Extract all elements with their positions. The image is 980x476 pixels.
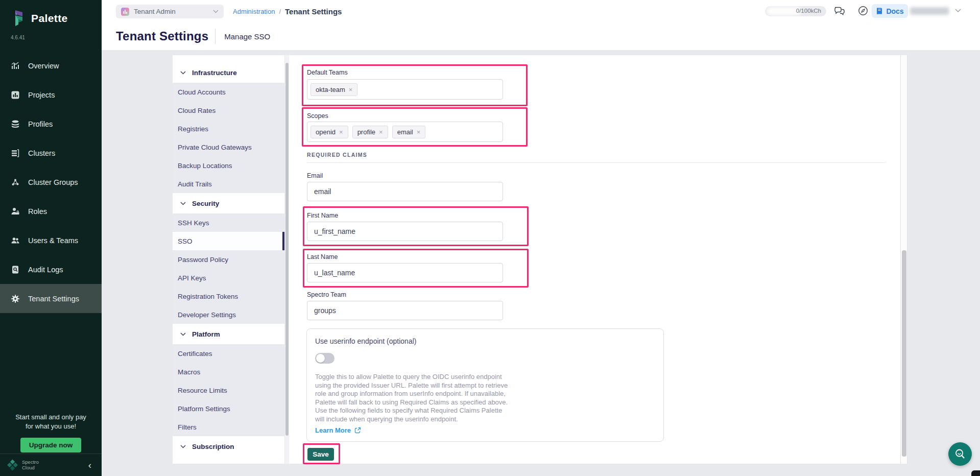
help-compass-icon[interactable] bbox=[858, 6, 868, 16]
settings-menu-item[interactable]: Developer Settings bbox=[173, 305, 284, 324]
promo-line1: Start small and only pay bbox=[0, 413, 102, 422]
tenant-scope-select[interactable]: Tenant Admin bbox=[116, 5, 224, 18]
tenant-select-value: Tenant Admin bbox=[134, 8, 176, 15]
learn-more-link[interactable]: Learn More bbox=[315, 426, 655, 434]
required-claims-divider bbox=[307, 162, 886, 163]
userinfo-card-title: Use userinfo endpoint (optional) bbox=[315, 337, 655, 345]
platform-items: CertificatesMacrosResource LimitsPlatfor… bbox=[173, 344, 284, 436]
settings-menu-item[interactable]: Audit Trails bbox=[173, 175, 284, 193]
external-link-icon bbox=[354, 427, 361, 434]
content-scrollbar[interactable] bbox=[900, 55, 907, 464]
breadcrumb-current: Tenant Settings bbox=[285, 7, 342, 16]
profiles-stack-icon bbox=[11, 120, 20, 129]
collapse-sidebar-chevron[interactable]: ‹ bbox=[88, 460, 91, 470]
search-smile-icon bbox=[954, 448, 966, 460]
usage-quota-value: 0/100kCh bbox=[796, 8, 821, 14]
remove-tag-icon[interactable]: × bbox=[417, 129, 421, 135]
sidebar-item-overview[interactable]: Overview bbox=[0, 51, 102, 80]
settings-menu-item[interactable]: Platform Settings bbox=[173, 399, 284, 418]
remove-tag-icon[interactable]: × bbox=[349, 86, 353, 93]
cluster-groups-icon bbox=[11, 178, 20, 187]
feedback-chat-icon[interactable] bbox=[833, 5, 846, 17]
section-platform[interactable]: Platform bbox=[173, 324, 284, 344]
chevron-down-icon bbox=[180, 445, 186, 448]
sidebar-item-label: Clusters bbox=[28, 149, 55, 157]
projects-icon bbox=[11, 90, 20, 100]
sidebar-item-users-teams[interactable]: Users & Teams bbox=[0, 226, 102, 255]
roles-person-lock-icon bbox=[11, 207, 20, 216]
email-field[interactable] bbox=[307, 182, 503, 201]
sidebar-item-label: Cluster Groups bbox=[28, 178, 78, 186]
scrollbar-thumb[interactable] bbox=[285, 63, 289, 436]
section-security[interactable]: Security bbox=[173, 193, 284, 213]
sidebar-item-label: Profiles bbox=[28, 120, 53, 128]
user-menu-chevron-icon[interactable] bbox=[955, 9, 961, 13]
app-version: 4.6.41 bbox=[11, 35, 102, 40]
chevron-down-icon bbox=[180, 202, 186, 205]
sidebar-item-cluster-groups[interactable]: Cluster Groups bbox=[0, 168, 102, 197]
userinfo-endpoint-card: Use userinfo endpoint (optional) Toggle … bbox=[306, 328, 664, 442]
spectro-team-label: Spectro Team bbox=[307, 291, 346, 298]
sidebar-item-projects[interactable]: Projects bbox=[0, 80, 102, 109]
settings-menu-item[interactable]: Certificates bbox=[173, 344, 284, 363]
sidebar-item-label: Projects bbox=[28, 91, 55, 99]
chevron-down-icon bbox=[180, 332, 186, 336]
settings-menu-item[interactable]: SSO bbox=[173, 232, 284, 250]
settings-menu-item[interactable]: Filters bbox=[173, 418, 284, 436]
section-infrastructure[interactable]: Infrastructure bbox=[173, 62, 284, 83]
title-divider bbox=[215, 29, 216, 44]
last-name-field[interactable] bbox=[307, 263, 503, 282]
tab-manage-sso[interactable]: Manage SSO bbox=[224, 32, 270, 41]
section-subscription[interactable]: Subscription bbox=[173, 436, 284, 457]
app-root: Palette 4.6.41 Overview Projects Profile… bbox=[0, 0, 980, 476]
chevron-down-icon bbox=[180, 71, 186, 75]
settings-menu-item[interactable]: Private Cloud Gateways bbox=[173, 138, 284, 156]
save-button[interactable]: Save bbox=[307, 448, 334, 461]
main-sidebar: Palette 4.6.41 Overview Projects Profile… bbox=[0, 0, 102, 476]
users-teams-icon bbox=[11, 236, 20, 245]
settings-menu-item[interactable]: Resource Limits bbox=[173, 381, 284, 399]
sidebar-item-audit-logs[interactable]: Audit Logs bbox=[0, 255, 102, 284]
settings-menu-item[interactable]: Registries bbox=[173, 120, 284, 138]
settings-menu-item[interactable]: Macros bbox=[173, 363, 284, 381]
scrollbar-thumb[interactable] bbox=[902, 250, 906, 457]
page-title-row: Tenant Settings Manage SSO bbox=[102, 22, 980, 50]
settings-menu-scrollbar[interactable] bbox=[285, 55, 289, 464]
remove-tag-icon[interactable]: × bbox=[339, 129, 343, 135]
usage-quota-pill: 0/100kCh bbox=[765, 6, 826, 16]
security-items: SSH KeysSSOPassword PolicyAPI KeysRegist… bbox=[173, 213, 284, 324]
sidebar-item-label: Users & Teams bbox=[28, 236, 78, 245]
promo-line2: for what you use! bbox=[0, 422, 102, 431]
settings-menu-item[interactable]: Backup Locations bbox=[173, 156, 284, 175]
blurred-user-name bbox=[910, 7, 949, 15]
scopes-input[interactable]: openid×profile×email× bbox=[307, 122, 503, 142]
settings-menu-item[interactable]: Cloud Accounts bbox=[173, 83, 284, 101]
settings-menu-item[interactable]: Registration Tokens bbox=[173, 287, 284, 305]
upgrade-now-button[interactable]: Upgrade now bbox=[20, 438, 82, 453]
sidebar-item-profiles[interactable]: Profiles bbox=[0, 109, 102, 138]
first-name-field[interactable] bbox=[307, 222, 503, 241]
learn-more-label: Learn More bbox=[315, 426, 351, 434]
settings-menu-item[interactable]: Password Policy bbox=[173, 250, 284, 269]
breadcrumb-administration[interactable]: Administration bbox=[233, 8, 275, 15]
default-teams-input[interactable]: okta-team× bbox=[307, 79, 503, 100]
sidebar-item-roles[interactable]: Roles bbox=[0, 197, 102, 226]
support-chat-widget-button[interactable] bbox=[948, 442, 972, 466]
docs-button[interactable]: Docs bbox=[872, 4, 908, 18]
sidebar-item-tenant-settings[interactable]: Tenant Settings bbox=[0, 284, 102, 313]
sidebar-item-clusters[interactable]: Clusters bbox=[0, 138, 102, 168]
toggle-knob bbox=[316, 354, 325, 363]
userinfo-toggle[interactable] bbox=[315, 353, 334, 364]
settings-menu-item[interactable]: Cloud Rates bbox=[173, 101, 284, 120]
remove-tag-icon[interactable]: × bbox=[379, 129, 383, 135]
settings-menu-item[interactable]: API Keys bbox=[173, 269, 284, 287]
tag-chip: email× bbox=[392, 126, 426, 138]
spectro-team-field[interactable] bbox=[307, 301, 503, 320]
top-bar-row: Tenant Admin Administration / Tenant Set… bbox=[102, 0, 980, 22]
page-title: Tenant Settings bbox=[116, 29, 208, 43]
settings-menu-item[interactable]: SSH Keys bbox=[173, 213, 284, 232]
clusters-icon bbox=[11, 149, 20, 158]
main-nav: Overview Projects Profiles Clusters Clus… bbox=[0, 51, 102, 313]
palette-logo-icon bbox=[10, 9, 27, 28]
corner-widget bbox=[971, 470, 980, 476]
